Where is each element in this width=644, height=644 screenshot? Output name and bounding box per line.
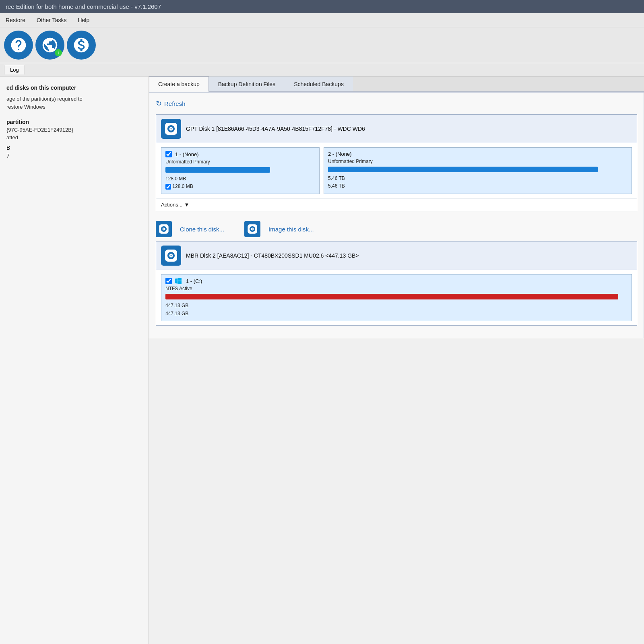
left-section-title: ed disks on this computer xyxy=(6,85,142,91)
menu-restore[interactable]: Restore xyxy=(0,15,31,25)
left-description: age of the partition(s) required to rest… xyxy=(6,95,142,111)
partition-num: 7 xyxy=(6,153,142,159)
disk1-actions: Actions... ▼ xyxy=(156,198,637,211)
disk1-p1-bar xyxy=(165,167,270,173)
tab-backup-definition[interactable]: Backup Definition Files xyxy=(209,76,285,91)
right-panel: Create a backup Backup Definition Files … xyxy=(149,76,644,644)
title-text: ree Edition for both home and commercial… xyxy=(6,3,161,10)
disk2-title: MBR Disk 2 [AEA8AC12] - CT480BX200SSD1 M… xyxy=(186,252,359,259)
disk1-icon xyxy=(161,119,181,139)
donate-icon-button[interactable] xyxy=(67,31,96,60)
disk1-actions-button[interactable]: Actions... ▼ xyxy=(161,202,189,208)
disk1-p2-name: 2 - (None) xyxy=(328,151,352,157)
tab-create-backup[interactable]: Create a backup xyxy=(149,76,209,92)
refresh-label: Refresh xyxy=(164,100,186,107)
toolbar: ↓ xyxy=(0,27,644,63)
disk2-partition1: 1 - (C:) NTFS Active 447.13 GB 447.13 GB xyxy=(161,274,632,321)
menu-other-tasks[interactable]: Other Tasks xyxy=(31,15,72,25)
disk1-p2-sizes: 5.46 TB 5.46 TB xyxy=(328,175,627,190)
main-layout: ed disks on this computer age of the par… xyxy=(0,76,644,644)
disk1-p2-header: 2 - (None) xyxy=(328,151,627,157)
disk1-p1-checkbox[interactable] xyxy=(165,151,172,157)
menu-help[interactable]: Help xyxy=(72,15,95,25)
clone-button[interactable]: Clone this disk... xyxy=(172,223,232,235)
log-bar: Log xyxy=(0,63,644,76)
disk1-p1-header: 1 - (None) xyxy=(165,151,315,157)
image-disk-icon xyxy=(244,221,260,237)
left-panel: ed disks on this computer age of the par… xyxy=(0,76,149,644)
update-icon-button[interactable]: ↓ xyxy=(35,31,64,60)
partition-guid: {97C-95AE-FD2E1F24912B} xyxy=(6,127,142,133)
tab-bar: Create a backup Backup Definition Files … xyxy=(149,76,644,92)
log-tab[interactable]: Log xyxy=(4,65,25,74)
clone-disk-icon xyxy=(156,221,172,237)
disk2-p1-sizes: 447.13 GB 447.13 GB xyxy=(165,302,627,317)
disk2-header: MBR Disk 2 [AEA8AC12] - CT480BX200SSD1 M… xyxy=(156,242,637,270)
title-bar: ree Edition for both home and commercial… xyxy=(0,0,644,13)
disk1-title: GPT Disk 1 [81E86A66-45D3-4A7A-9A50-4B81… xyxy=(186,126,365,132)
disk2-p1-checkbox[interactable] xyxy=(165,278,172,284)
disk2-p1-header: 1 - (C:) xyxy=(165,278,627,284)
partition-size: B xyxy=(6,144,142,151)
disk2-partitions: 1 - (C:) NTFS Active 447.13 GB 447.13 GB xyxy=(156,270,637,325)
windows-icon xyxy=(175,278,182,284)
tab-scheduled-backups[interactable]: Scheduled Backups xyxy=(285,76,353,91)
refresh-button[interactable]: ↻ Refresh xyxy=(156,99,637,108)
disk1-partitions: 1 - (None) Unformatted Primary 128.0 MB … xyxy=(156,143,637,198)
partition-label: partition xyxy=(6,119,142,125)
help-icon-button[interactable] xyxy=(4,31,33,60)
disk1-actions-chevron: ▼ xyxy=(184,202,189,208)
disk1-p2-bar xyxy=(328,167,598,172)
disk1-actions-label: Actions... xyxy=(161,202,182,208)
disk1-p2-type: Unformatted Primary xyxy=(328,159,627,164)
image-button[interactable]: Image this disk... xyxy=(260,223,322,235)
partition-info: partition {97C-95AE-FD2E1F24912B} atted … xyxy=(6,119,142,159)
partition-formatted: atted xyxy=(6,134,142,140)
clone-image-row: Clone this disk... Image this disk... xyxy=(156,217,637,241)
disk2-card: MBR Disk 2 [AEA8AC12] - CT480BX200SSD1 M… xyxy=(156,241,637,325)
disk1-p1-sizes: 128.0 MB 128.0 MB xyxy=(165,175,315,190)
content-area: ↻ Refresh GPT Disk 1 [81E86A66-45D3-4A7A… xyxy=(149,92,644,338)
disk1-partition2: 2 - (None) Unformatted Primary 5.46 TB 5… xyxy=(324,147,632,194)
disk2-p1-name: 1 - (C:) xyxy=(186,278,202,284)
disk1-card: GPT Disk 1 [81E86A66-45D3-4A7A-9A50-4B81… xyxy=(156,114,637,211)
disk1-p1-type: Unformatted Primary xyxy=(165,159,315,165)
disk1-header: GPT Disk 1 [81E86A66-45D3-4A7A-9A50-4B81… xyxy=(156,115,637,143)
disk1-partition1: 1 - (None) Unformatted Primary 128.0 MB … xyxy=(161,147,320,194)
menu-bar: Restore Other Tasks Help xyxy=(0,13,644,27)
disk2-p1-bar xyxy=(165,294,618,299)
disk2-p1-type: NTFS Active xyxy=(165,286,627,291)
disk1-p1-name: 1 - (None) xyxy=(175,151,199,157)
refresh-icon: ↻ xyxy=(156,99,162,108)
disk1-p1-size-checkbox[interactable] xyxy=(165,184,171,190)
disk2-icon xyxy=(161,246,181,266)
